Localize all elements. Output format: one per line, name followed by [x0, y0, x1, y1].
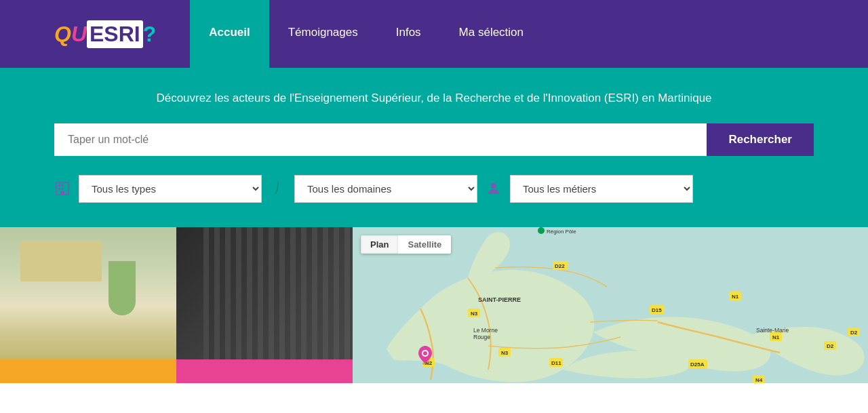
filters-row: Tous les types Tous les domaines Tous le… — [54, 175, 814, 203]
svg-rect-3 — [58, 188, 60, 190]
svg-text:D11: D11 — [551, 360, 561, 366]
logo-u: U — [71, 22, 87, 47]
map-satellite-button[interactable]: Satellite — [398, 235, 451, 254]
main-nav: Accueil Témoignages Infos Ma sélection — [190, 0, 814, 68]
gallery-item-2 — [176, 227, 353, 383]
svg-text:Rouge: Rouge — [473, 334, 490, 340]
svg-text:N3: N3 — [471, 311, 478, 317]
svg-rect-5 — [60, 191, 64, 195]
search-input[interactable] — [54, 123, 707, 156]
svg-text:D25A: D25A — [690, 361, 705, 368]
map-plan-button[interactable]: Plan — [361, 235, 398, 254]
nav-temoignages[interactable]: Témoignages — [269, 0, 377, 68]
svg-text:D15: D15 — [652, 307, 662, 313]
svg-point-6 — [491, 183, 496, 189]
logo: Q U ESRI ? — [54, 0, 156, 68]
gallery-item-1 — [0, 227, 176, 383]
svg-text:N1: N1 — [772, 334, 780, 340]
logo-question: ? — [143, 22, 157, 47]
hero-subtitle: Découvrez les acteurs de l'Enseignement … — [54, 90, 814, 107]
svg-text:N4: N4 — [755, 377, 763, 383]
svg-rect-1 — [58, 184, 60, 186]
person-icon — [486, 180, 502, 197]
logo-q: Q — [54, 22, 71, 47]
metier-filter[interactable]: Tous les métiers — [510, 175, 693, 203]
nav-accueil[interactable]: Accueil — [190, 0, 269, 68]
gallery-panel — [0, 227, 353, 383]
svg-text:N1: N1 — [732, 294, 739, 300]
search-button[interactable]: Rechercher — [707, 123, 814, 156]
type-filter[interactable]: Tous les types — [79, 175, 262, 203]
svg-text:D22: D22 — [555, 263, 565, 269]
gallery-image-1 — [0, 227, 176, 359]
svg-text:Le Morne: Le Morne — [473, 327, 498, 334]
svg-rect-4 — [62, 188, 64, 190]
map-controls: Plan Satellite — [361, 235, 451, 254]
gallery-tag-2 — [176, 359, 353, 383]
svg-text:SAINT-PIERRE: SAINT-PIERRE — [478, 296, 521, 303]
svg-text:D2: D2 — [827, 343, 834, 349]
map-panel: Plan Satellite — [353, 227, 868, 383]
domain-icon — [270, 180, 286, 197]
svg-point-36 — [538, 227, 545, 234]
gallery-image-2 — [176, 227, 353, 359]
domain-filter[interactable]: Tous les domaines — [294, 175, 477, 203]
logo-esri-text: ESRI — [90, 22, 140, 47]
svg-point-40 — [423, 351, 427, 355]
search-row: Rechercher — [54, 123, 814, 156]
gallery-tag-1 — [0, 359, 176, 383]
svg-rect-2 — [62, 184, 64, 186]
header: Q U ESRI ? Accueil Témoignages Infos Ma … — [0, 0, 868, 68]
building-icon — [54, 180, 71, 197]
logo-esri: ESRI — [87, 20, 143, 48]
svg-text:N3: N3 — [501, 350, 509, 356]
content-area: Plan Satellite — [0, 227, 868, 383]
nav-ma-selection[interactable]: Ma sélection — [440, 0, 542, 68]
svg-text:D2: D2 — [850, 330, 858, 336]
svg-text:Région Pôle: Région Pôle — [547, 229, 576, 235]
nav-infos[interactable]: Infos — [377, 0, 440, 68]
hero-section: Découvrez les acteurs de l'Enseignement … — [0, 68, 868, 227]
